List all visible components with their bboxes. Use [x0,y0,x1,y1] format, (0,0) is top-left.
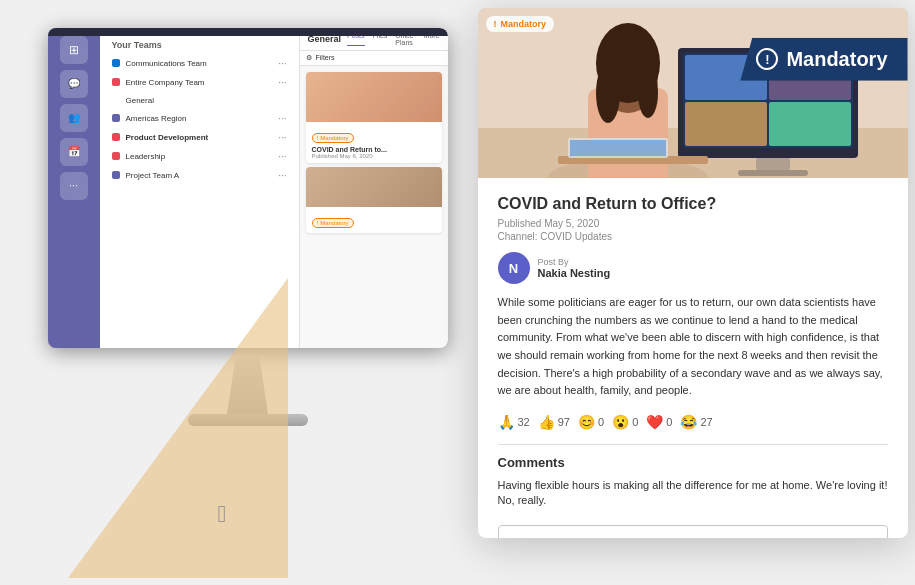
mandatory-icon: ! [756,48,778,70]
reaction-wow-count: 0 [632,416,638,428]
badge-icon-2: ! [317,220,319,226]
filter-icon: ⚙ [306,54,312,62]
reaction-thumbsup[interactable]: 👍 97 [538,414,570,430]
channel-options[interactable]: ··· [278,151,286,162]
channel-item-communications[interactable]: Communications Team ··· [100,54,299,73]
calendar-icon[interactable]: 📅 [60,138,88,166]
channel-name: General [112,96,287,105]
teams-logo-icon: ⊞ [60,36,88,64]
channel-name: Product Development [126,133,273,142]
channel-item-project-team-a[interactable]: Project Team A ··· [100,166,299,185]
reaction-laugh[interactable]: 😂 27 [680,414,712,430]
author-name: Nakia Nesting [538,267,611,279]
news-card-image [306,72,442,122]
badge-icon: ! [317,135,319,141]
channel-color-dot [112,133,120,141]
comments-label: Comments [498,455,888,470]
reaction-wow-emoji: 😮 [612,414,629,430]
channel-item-general[interactable]: General [100,92,299,109]
channel-color-dot [112,114,120,122]
svg-rect-6 [685,102,767,146]
channel-options[interactable]: ··· [278,170,286,181]
news-card-body: ! Mandatory COVID and Return to... Publi… [306,122,442,163]
apple-logo:  [218,500,227,528]
article-mandatory-badge: ! Mandatory [486,16,555,32]
reaction-thumbsup-emoji: 👍 [538,414,555,430]
reaction-pray-emoji: 🙏 [498,414,515,430]
article-body: COVID and Return to Office? Published Ma… [478,178,908,538]
reaction-pray[interactable]: 🙏 32 [498,414,530,430]
author-row: N Post By Nakia Nesting [498,252,888,284]
reaction-wow[interactable]: 😮 0 [612,414,638,430]
channel-item-entire-company[interactable]: Entire Company Team ··· [100,73,299,92]
more-icon[interactable]: ··· [60,172,88,200]
mandatory-badge: ! Mandatory [312,133,354,143]
teams-icon[interactable]: 👥 [60,104,88,132]
reaction-smile-count: 0 [598,416,604,428]
news-card-body-2: ! Mandatory [306,207,442,233]
badge-exclamation-icon: ! [494,19,497,29]
svg-rect-9 [738,170,808,176]
hero-illustration [478,8,908,178]
filters-label[interactable]: Filters [316,54,335,61]
reaction-heart-emoji: ❤️ [646,414,663,430]
channel-item-product-dev[interactable]: Product Development ··· [100,128,299,147]
channel-name: Americas Region [126,114,273,123]
article-panel: ! Mandatory COVID and Return to Office? … [478,8,908,538]
badge-label: Mandatory [320,135,348,141]
scene: ⊞ 💬 👥 📅 ··· Your Teams Communications Te… [8,8,908,578]
article-published: Published May 5, 2020 [498,218,888,229]
monitor-bezel [48,28,448,36]
channel-color-dot [112,152,120,160]
news-card-1[interactable]: ! Mandatory COVID and Return to... Publi… [306,72,442,163]
channel-name: Project Team A [126,171,273,180]
svg-point-14 [596,63,620,123]
article-hero-image: ! Mandatory [478,8,908,178]
reaction-laugh-emoji: 😂 [680,414,697,430]
badge-text: Mandatory [501,19,547,29]
article-title: COVID and Return to Office? [498,194,888,215]
divider [498,444,888,445]
channel-name: Entire Company Team [126,78,273,87]
article-body-text: While some politicians are eager for us … [498,294,888,400]
article-channel: Channel: COVID Updates [498,231,888,242]
mandatory-badge-2: ! Mandatory [312,218,354,228]
reaction-smile-emoji: 😊 [578,414,595,430]
channel-name: Leadership [126,152,273,161]
news-card-date: Published May 6, 2020 [312,153,436,159]
reaction-thumbsup-count: 97 [558,416,570,428]
comment-text: Having flexible hours is making all the … [498,478,888,509]
channel-item-americas[interactable]: Americas Region ··· [100,109,299,128]
channel-color-dot [112,59,120,67]
news-card-2[interactable]: ! Mandatory [306,167,442,233]
channel-options[interactable]: ··· [278,58,286,69]
channel-name: Communications Team [126,59,273,68]
reactions-row: 🙏 32 👍 97 😊 0 😮 0 ❤️ 0 [498,414,888,430]
chat-icon[interactable]: 💬 [60,70,88,98]
news-card-image-2 [306,167,442,207]
channel-options[interactable]: ··· [278,132,286,143]
news-card-title: COVID and Return to... [312,146,436,153]
mandatory-banner: ! Mandatory [740,38,907,81]
reaction-heart-count: 0 [666,416,672,428]
comment-input[interactable] [498,525,888,538]
author-info: Post By Nakia Nesting [538,257,611,279]
filters-bar: ⚙ Filters [300,51,448,66]
nav-title: Your Teams [100,36,299,54]
badge-label-2: Mandatory [320,220,348,226]
reaction-laugh-count: 27 [700,416,712,428]
channel-color-dot [112,78,120,86]
svg-rect-7 [769,102,851,146]
channel-options[interactable]: ··· [278,77,286,88]
svg-point-15 [638,68,658,118]
channel-options[interactable]: ··· [278,113,286,124]
channel-color-dot [112,171,120,179]
svg-rect-18 [570,140,666,156]
channel-item-leadership[interactable]: Leadership ··· [100,147,299,166]
reaction-pray-count: 32 [518,416,530,428]
author-avatar: N [498,252,530,284]
decorative-triangle [68,278,288,578]
reaction-smile[interactable]: 😊 0 [578,414,604,430]
teams-content-area: General Posts Files Office Plans More ⚙ … [300,28,448,348]
reaction-heart[interactable]: ❤️ 0 [646,414,672,430]
